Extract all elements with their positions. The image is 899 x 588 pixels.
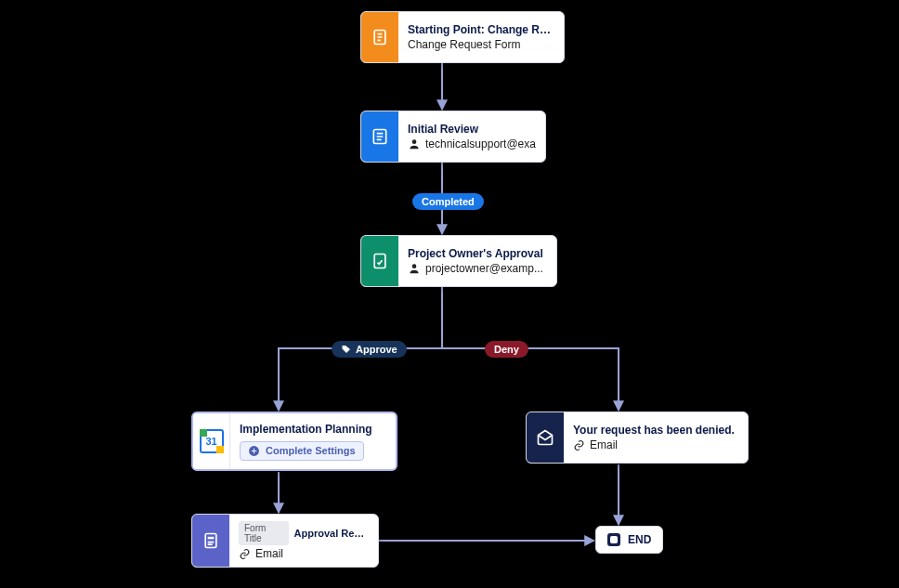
node-title: Your request has been denied. — [573, 424, 738, 437]
node-request-denied[interactable]: Your request has been denied. Email — [526, 412, 749, 464]
flow-connectors — [0, 0, 899, 588]
form-title-row: Form Title Approval Report — [239, 521, 369, 545]
node-assignee: projectowner@examp... — [408, 262, 547, 275]
node-start[interactable]: Starting Point: Change Requ... Change Re… — [360, 11, 565, 63]
edge-label-deny: Deny — [485, 341, 528, 358]
node-end[interactable]: END — [595, 526, 663, 554]
form-title-chip: Form Title — [239, 521, 289, 545]
node-implementation-planning[interactable]: 31 Implementation Planning Complete Sett… — [191, 412, 397, 471]
node-initial-review[interactable]: Initial Review technicalsupport@exa... — [360, 111, 546, 163]
svg-point-8 — [412, 139, 417, 144]
end-label: END — [628, 533, 651, 546]
checklist-icon — [361, 111, 398, 162]
node-owner-approval[interactable]: Project Owner's Approval projectowner@ex… — [360, 235, 557, 287]
mail-open-icon — [527, 412, 564, 463]
node-channel: Email — [239, 547, 369, 560]
node-channel: Email — [573, 438, 738, 451]
stop-icon — [607, 533, 620, 546]
approval-icon — [361, 236, 398, 286]
plus-circle-icon — [248, 445, 260, 457]
node-subtitle: Change Request Form — [408, 38, 554, 51]
node-title: Initial Review — [408, 123, 536, 136]
form-icon — [361, 12, 398, 62]
node-assignee: technicalsupport@exa... — [408, 137, 536, 150]
node-title: Project Owner's Approval — [408, 247, 547, 260]
node-title: Starting Point: Change Requ... — [408, 23, 554, 36]
edge-label-completed: Completed — [412, 193, 484, 210]
google-calendar-icon: 31 — [193, 413, 230, 469]
link-icon — [573, 439, 585, 451]
node-title: Implementation Planning — [240, 423, 386, 436]
svg-rect-12 — [205, 534, 216, 548]
person-icon — [408, 137, 421, 150]
person-icon — [408, 262, 421, 275]
tag-icon — [341, 344, 352, 355]
link-icon — [239, 548, 251, 560]
svg-rect-13 — [208, 537, 215, 540]
node-approval-report[interactable]: Form Title Approval Report Email — [191, 514, 379, 568]
edge-label-approve: Approve — [332, 341, 407, 358]
report-icon — [192, 515, 229, 567]
svg-point-10 — [412, 264, 417, 268]
complete-settings-button[interactable]: Complete Settings — [240, 441, 364, 461]
svg-rect-9 — [374, 255, 385, 268]
form-title-value: Approval Report — [294, 528, 369, 539]
